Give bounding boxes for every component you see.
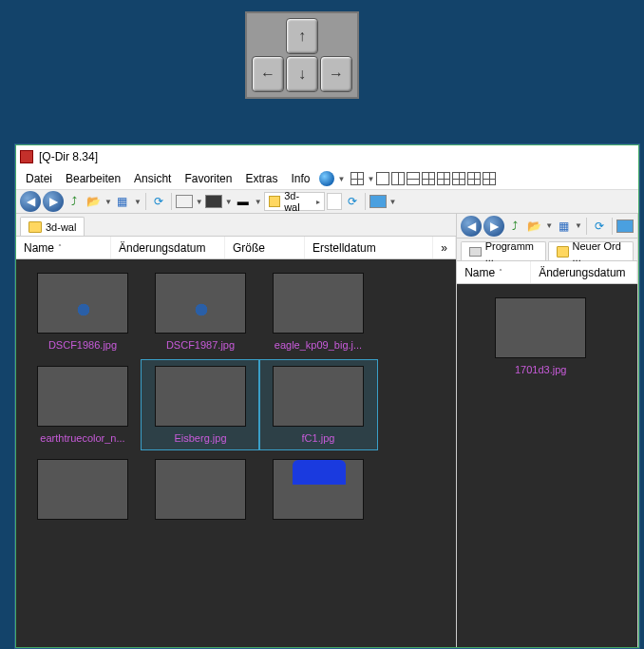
- file-name: fC1.jpg: [302, 432, 335, 444]
- file-thumb[interactable]: Eisberg.jpg: [142, 360, 259, 449]
- file-name: eagle_kp09_big.j...: [275, 339, 362, 351]
- folder-icon: [269, 196, 281, 207]
- sort-asc-icon: ˄: [499, 268, 502, 277]
- file-thumb[interactable]: fC1.jpg: [259, 360, 377, 449]
- tab-label: Neuer Ord ...: [573, 240, 625, 263]
- forward-button[interactable]: ▶: [43, 191, 64, 212]
- tab-3dwal[interactable]: 3d-wal: [20, 217, 85, 236]
- view-mode-icon[interactable]: ▦: [114, 193, 131, 210]
- col-name[interactable]: Name˄: [457, 261, 531, 283]
- right-file-area[interactable]: 1701d3.jpg: [457, 284, 637, 647]
- chevron-down-icon[interactable]: ▼: [134, 198, 142, 206]
- tab-programm[interactable]: Programm ...: [461, 241, 546, 260]
- view-mode-icon[interactable]: ▦: [555, 218, 572, 235]
- quick-path-input[interactable]: [327, 193, 342, 210]
- menu-view[interactable]: Ansicht: [128, 170, 177, 187]
- sort-asc-icon: ˄: [58, 243, 62, 252]
- chevron-down-icon[interactable]: ▼: [545, 221, 553, 230]
- thumbnail-image: [273, 366, 364, 427]
- chevron-right-icon[interactable]: ▸: [316, 198, 320, 206]
- col-modified[interactable]: Änderungsdatum: [531, 261, 637, 283]
- layout-icons: ▼: [350, 172, 496, 185]
- layout-3d-icon[interactable]: [467, 172, 481, 185]
- thumbnail-image: [155, 273, 246, 334]
- file-thumb[interactable]: eagle_kp09_big.j...: [259, 267, 377, 356]
- file-thumb[interactable]: DSCF1987.jpg: [142, 267, 259, 356]
- folder-open-icon[interactable]: 📂: [85, 193, 102, 210]
- breadcrumb[interactable]: 3d-wal ▸: [264, 192, 325, 211]
- thumbnail-image: [273, 459, 364, 520]
- folder-open-icon[interactable]: 📂: [525, 218, 542, 235]
- menu-extras[interactable]: Extras: [239, 170, 283, 187]
- layout-3c-icon[interactable]: [452, 172, 465, 185]
- up-icon[interactable]: ⤴: [66, 193, 83, 210]
- back-button[interactable]: ◀: [461, 216, 482, 237]
- back-button[interactable]: ◀: [20, 191, 41, 212]
- col-size[interactable]: Größe: [225, 237, 305, 258]
- layout-4pane-icon[interactable]: [350, 172, 364, 185]
- layout-2h-icon[interactable]: [407, 172, 420, 185]
- layout-3a-icon[interactable]: [422, 172, 435, 185]
- file-thumb[interactable]: earthtruecolor_n...: [24, 360, 142, 449]
- layout-2v-icon[interactable]: [391, 172, 405, 185]
- file-name: DSCF1987.jpg: [166, 339, 235, 351]
- col-name[interactable]: Name˄: [16, 237, 111, 258]
- refresh-icon[interactable]: ⟳: [150, 193, 167, 210]
- folder-icon: [557, 246, 568, 258]
- forward-button[interactable]: ▶: [483, 216, 504, 237]
- thumbnail-image: [37, 459, 128, 520]
- right-pane: ◀ ▶ ⤴ 📂▼ ▦▼ ⟳ Programm ... Neuer Ord ...: [457, 214, 638, 647]
- window-title: [Q-Dir 8.34]: [39, 150, 98, 163]
- app-icon: [20, 150, 33, 163]
- col-modified[interactable]: Änderungsdatum: [111, 237, 225, 258]
- thumbnail-image: [273, 273, 364, 334]
- col-created[interactable]: Erstelldatum: [305, 237, 433, 258]
- file-thumb[interactable]: DSCF1986.jpg: [24, 267, 142, 356]
- left-file-area[interactable]: DSCF1986.jpgDSCF1987.jpgeagle_kp09_big.j…: [16, 259, 456, 647]
- chevron-down-icon[interactable]: ▼: [389, 198, 397, 206]
- chevron-down-icon[interactable]: ▼: [196, 198, 203, 206]
- color-swatch-left[interactable]: [176, 195, 193, 208]
- thumbnail-image: [155, 459, 246, 520]
- menubar: Datei Bearbeiten Ansicht Favoriten Extra…: [16, 168, 638, 189]
- menu-file[interactable]: Datei: [20, 170, 58, 187]
- chevron-down-icon[interactable]: ▼: [255, 198, 262, 206]
- globe-icon[interactable]: [319, 171, 334, 186]
- refresh2-icon[interactable]: ⟳: [344, 193, 361, 210]
- menu-favorites[interactable]: Favoriten: [179, 170, 237, 187]
- file-name: 1701d3.jpg: [515, 364, 566, 375]
- chevron-down-icon[interactable]: ▼: [225, 198, 233, 206]
- menu-edit[interactable]: Bearbeiten: [60, 170, 126, 187]
- thumbnail-image: [37, 273, 128, 334]
- breadcrumb-label: 3d-wal: [284, 190, 311, 213]
- color-swatch-left-2[interactable]: [369, 195, 387, 208]
- file-thumb[interactable]: [24, 453, 142, 531]
- thumbnail-image: [37, 366, 128, 427]
- chevron-down-icon[interactable]: ▼: [367, 175, 374, 183]
- qdir-window: [Q-Dir 8.34] Datei Bearbeiten Ansicht Fa…: [15, 144, 639, 648]
- file-thumb[interactable]: [259, 453, 377, 531]
- color-swatch-right[interactable]: [205, 195, 222, 208]
- file-thumb[interactable]: 1701d3.jpg: [464, 292, 616, 381]
- right-toolbar: ◀ ▶ ⤴ 📂▼ ▦▼ ⟳: [457, 214, 637, 239]
- chevron-down-icon[interactable]: ▼: [104, 198, 112, 206]
- col-more[interactable]: »: [433, 237, 456, 258]
- drive-icon: [469, 247, 481, 257]
- file-name: earthtruecolor_n...: [40, 432, 124, 444]
- right-column-headers: Name˄ Änderungsdatum: [457, 261, 637, 284]
- file-thumb[interactable]: [142, 453, 259, 531]
- left-pane-tabs: 3d-wal: [16, 214, 456, 237]
- up-icon[interactable]: ⤴: [506, 218, 523, 235]
- chevron-down-icon[interactable]: ▼: [337, 175, 345, 183]
- titlebar[interactable]: [Q-Dir 8.34]: [16, 145, 638, 168]
- tab-neuerord[interactable]: Neuer Ord ...: [548, 241, 634, 260]
- layout-1pane-icon[interactable]: [376, 172, 389, 185]
- color-swatch[interactable]: [616, 220, 634, 233]
- menu-info[interactable]: Info: [285, 170, 315, 187]
- layout-4-icon[interactable]: [483, 172, 496, 185]
- chevron-down-icon[interactable]: ▼: [575, 221, 582, 230]
- refresh-icon[interactable]: ⟳: [591, 218, 608, 235]
- layout-3b-icon[interactable]: [437, 172, 450, 185]
- drive-icon[interactable]: ▬: [235, 193, 252, 210]
- file-name: DSCF1986.jpg: [48, 339, 117, 351]
